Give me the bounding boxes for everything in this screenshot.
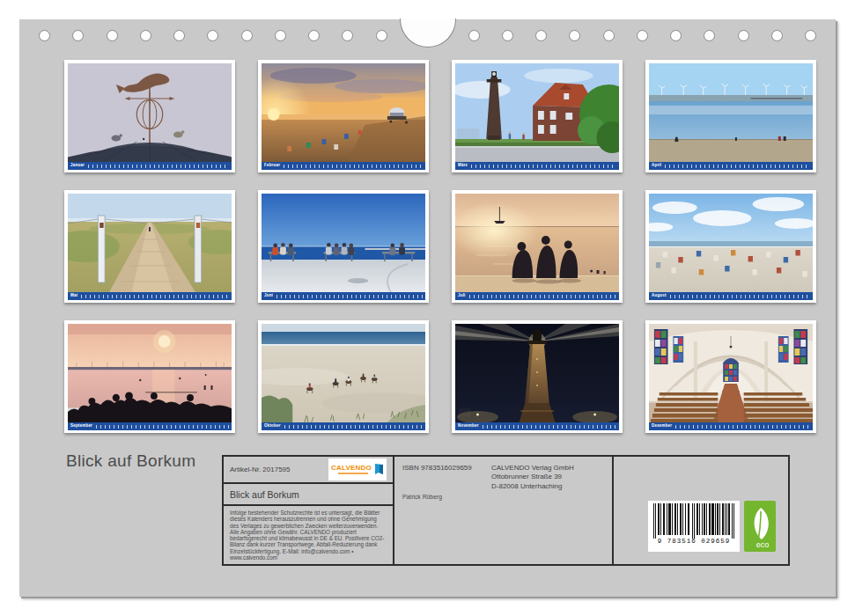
mini-dates bbox=[471, 165, 616, 168]
month-label: Januar bbox=[70, 164, 85, 168]
artikel-number: Artikel-Nr. 2017595 bbox=[230, 466, 290, 473]
barcode-area: 9 783516 029659 eco bbox=[648, 501, 776, 552]
mini-dates bbox=[483, 425, 616, 429]
mini-calendar-strip: Oktober bbox=[262, 422, 425, 430]
calendar-page-august: August bbox=[645, 190, 816, 303]
binding-hole bbox=[637, 30, 648, 41]
mini-calendar-strip: November bbox=[455, 422, 619, 430]
artikel-cell: Artikel-Nr. 2017595 CALVENDO bbox=[224, 457, 393, 484]
barcode-digits: 9 783516 029659 bbox=[658, 538, 731, 545]
calendar-page-january: Januar bbox=[64, 60, 235, 172]
mini-calendar-strip: August bbox=[649, 292, 813, 300]
mini-calendar-strip: Juli bbox=[455, 292, 619, 300]
calvendo-logo: CALVENDO bbox=[328, 458, 387, 480]
ean-barcode: 9 783516 029659 bbox=[648, 501, 740, 552]
calendar-page-may: Mai bbox=[64, 190, 235, 303]
month-label: Dezember bbox=[652, 424, 672, 429]
calendar-page-march: März bbox=[452, 60, 623, 172]
eco-logo: eco bbox=[744, 501, 776, 552]
month-label: Juli bbox=[458, 294, 466, 298]
isbn-number: ISBN 9783516029659 bbox=[402, 464, 472, 472]
photo-sunset-beach bbox=[262, 63, 425, 162]
month-label: Juni bbox=[264, 294, 273, 298]
binding-hole bbox=[241, 30, 253, 41]
mini-dates bbox=[96, 425, 229, 429]
binding-holes-row bbox=[26, 19, 829, 48]
binding-hole bbox=[376, 30, 387, 41]
mini-dates bbox=[276, 295, 423, 298]
info-left-column: Artikel-Nr. 2017595 CALVENDO Blick auf B… bbox=[224, 457, 394, 564]
binding-hole bbox=[670, 30, 682, 41]
page-title: Blick auf Borkum bbox=[66, 451, 195, 471]
binding-hole bbox=[738, 30, 749, 41]
calendar-back-page: Januar bbox=[19, 19, 836, 597]
author-name: Patrick Rüberg bbox=[402, 494, 442, 500]
binding-hole bbox=[468, 30, 480, 41]
calendar-title-cell: Blick auf Borkum bbox=[224, 484, 393, 506]
binding-hole bbox=[502, 30, 513, 41]
binding-hole bbox=[569, 30, 580, 41]
publisher-info-box: Artikel-Nr. 2017595 CALVENDO Blick auf B… bbox=[222, 455, 790, 566]
month-label: April bbox=[652, 164, 661, 168]
month-label: Oktober bbox=[264, 424, 281, 429]
mini-dates bbox=[469, 295, 616, 298]
mini-calendar-strip: März bbox=[455, 162, 619, 170]
calendar-page-december: Dezember bbox=[645, 320, 816, 433]
month-label: August bbox=[652, 294, 667, 298]
month-thumbnails-grid: Januar bbox=[64, 60, 816, 433]
photo-promenade-benches bbox=[262, 194, 425, 292]
binding-hole bbox=[342, 30, 353, 41]
mini-dates bbox=[284, 165, 423, 168]
calendar-page-july: Juli bbox=[452, 190, 623, 303]
binding-hole bbox=[535, 30, 547, 41]
binding-hole bbox=[140, 30, 151, 41]
binding-hole bbox=[107, 30, 118, 41]
photo-weathervane-icon bbox=[68, 63, 232, 162]
info-middle-column: ISBN 9783516029659 CALVENDO Verlag GmbH … bbox=[394, 457, 614, 564]
mini-calendar-strip: September bbox=[68, 422, 232, 430]
mini-calendar-strip: Juni bbox=[262, 292, 425, 300]
month-label: September bbox=[70, 424, 92, 429]
mini-dates bbox=[284, 425, 423, 429]
calvendo-wordmark: CALVENDO bbox=[331, 465, 372, 475]
barcode-bars-icon bbox=[652, 503, 736, 539]
photo-lighthouse-night bbox=[455, 324, 619, 422]
binding-hole bbox=[603, 30, 615, 41]
calendar-page-november: November bbox=[452, 320, 623, 433]
mini-dates bbox=[81, 295, 229, 298]
binding-hole bbox=[275, 30, 286, 41]
photo-beach-chairs bbox=[649, 194, 813, 292]
binding-hole bbox=[39, 30, 50, 41]
binding-hole bbox=[805, 30, 816, 41]
calendar-page-june: Juni bbox=[258, 190, 429, 303]
info-right-column: 9 783516 029659 eco bbox=[614, 457, 788, 564]
calvendo-tagline-bar bbox=[338, 473, 368, 474]
calendar-page-september: September bbox=[64, 320, 235, 433]
binding-hole bbox=[771, 30, 783, 41]
calendar-page-april: April bbox=[645, 60, 816, 172]
hanger-cutout bbox=[400, 18, 456, 48]
binding-hole bbox=[72, 30, 84, 41]
month-label: Mai bbox=[70, 294, 77, 298]
binding-hole bbox=[173, 30, 185, 41]
mini-calendar-strip: Mai bbox=[68, 292, 232, 300]
calendar-page-october: Oktober bbox=[258, 320, 429, 433]
mini-calendar-strip: Dezember bbox=[649, 422, 813, 430]
mini-dates bbox=[665, 165, 810, 168]
binding-hole bbox=[308, 30, 320, 41]
month-label: November bbox=[458, 424, 479, 429]
mini-calendar-strip: Februar bbox=[262, 162, 425, 170]
photo-horse-riders-beach bbox=[262, 324, 425, 422]
photo-lighthouse-house bbox=[455, 63, 619, 162]
binding-hole bbox=[207, 30, 218, 41]
photo-windfarm-sea bbox=[649, 63, 813, 162]
mini-calendar-strip: Januar bbox=[68, 162, 232, 170]
publisher-address: CALVENDO Verlag GmbH Ottobrunner Straße … bbox=[491, 464, 574, 491]
mini-dates bbox=[675, 425, 810, 429]
mini-dates bbox=[88, 165, 229, 168]
calvendo-flag-icon bbox=[374, 463, 384, 476]
eco-label: eco bbox=[756, 540, 770, 549]
photo-sunset-silhouettes bbox=[455, 194, 619, 292]
binding-hole bbox=[704, 30, 715, 41]
calendar-page-february: Februar bbox=[258, 60, 429, 172]
